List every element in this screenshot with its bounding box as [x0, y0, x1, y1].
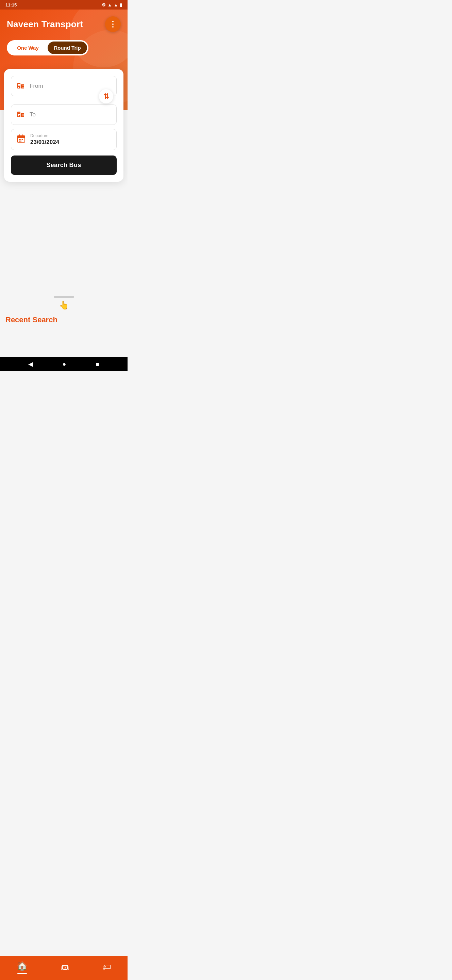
svg-rect-5: [19, 86, 20, 86]
svg-rect-9: [22, 87, 22, 88]
swipe-handle: [54, 296, 74, 298]
svg-rect-11: [17, 111, 21, 117]
svg-rect-3: [19, 84, 20, 85]
svg-rect-30: [21, 140, 21, 142]
svg-rect-19: [23, 114, 24, 115]
svg-rect-0: [17, 83, 21, 89]
content-area: [0, 182, 127, 291]
settings-icon: ⚙: [102, 2, 106, 8]
menu-dot-2: [112, 24, 114, 25]
svg-rect-27: [21, 139, 21, 140]
svg-rect-13: [18, 113, 19, 113]
swap-icon: ⇅: [103, 92, 109, 100]
svg-rect-2: [18, 84, 19, 85]
svg-rect-21: [23, 115, 24, 116]
svg-rect-6: [18, 87, 19, 88]
battery-icon: ▮: [120, 2, 122, 8]
android-back-button[interactable]: ◀: [28, 360, 33, 368]
menu-dot-1: [112, 21, 114, 22]
search-bus-button[interactable]: Search Bus: [11, 156, 117, 175]
svg-rect-16: [19, 114, 20, 115]
departure-text-block: Departure 23/01/2024: [30, 134, 59, 146]
round-trip-button[interactable]: Round Trip: [48, 41, 87, 54]
header-top: Naveen Transport: [7, 16, 121, 32]
svg-rect-28: [22, 139, 23, 140]
to-field[interactable]: To: [11, 105, 117, 125]
departure-label: Departure: [30, 134, 59, 138]
recent-search-label: Recent Search: [0, 313, 127, 330]
swipe-hand-icon: 👆: [59, 301, 69, 310]
wifi-icon: ▲: [108, 2, 112, 8]
svg-rect-12: [21, 113, 24, 117]
departure-field[interactable]: Departure 23/01/2024: [11, 129, 117, 150]
status-icons: ⚙ ▲ ▲ ▮: [102, 2, 122, 8]
calendar-icon: [17, 134, 25, 145]
from-building-icon: [17, 81, 25, 91]
android-recent-button[interactable]: ■: [95, 361, 99, 368]
svg-rect-20: [22, 115, 22, 116]
svg-rect-17: [18, 115, 19, 116]
signal-icon: ▲: [114, 2, 118, 8]
svg-rect-26: [19, 139, 20, 140]
android-nav-bar: ◀ ● ■: [0, 357, 127, 371]
menu-button[interactable]: [105, 16, 121, 32]
status-time: 11:15: [5, 2, 17, 8]
svg-rect-10: [23, 87, 24, 88]
svg-rect-29: [19, 140, 20, 142]
svg-rect-4: [18, 86, 19, 86]
swipe-area: 👆: [0, 291, 127, 313]
departure-date: 23/01/2024: [30, 139, 59, 146]
to-building-icon: [17, 110, 25, 120]
from-input-text: From: [30, 83, 43, 89]
svg-rect-14: [19, 113, 20, 113]
one-way-button[interactable]: One Way: [8, 41, 48, 54]
svg-rect-7: [22, 86, 22, 86]
svg-rect-8: [23, 86, 24, 86]
status-bar: 11:15 ⚙ ▲ ▲ ▮: [0, 0, 127, 10]
swap-button[interactable]: ⇅: [99, 89, 113, 103]
svg-rect-1: [21, 84, 24, 89]
trip-toggle: One Way Round Trip: [7, 40, 89, 56]
app-title: Naveen Transport: [7, 19, 83, 30]
menu-dot-3: [112, 26, 114, 27]
to-input-text: To: [30, 111, 36, 118]
svg-rect-23: [17, 136, 25, 138]
android-home-button[interactable]: ●: [63, 361, 66, 368]
search-card: From ⇅ To: [4, 69, 124, 182]
svg-rect-18: [22, 114, 22, 115]
svg-rect-15: [18, 114, 19, 115]
